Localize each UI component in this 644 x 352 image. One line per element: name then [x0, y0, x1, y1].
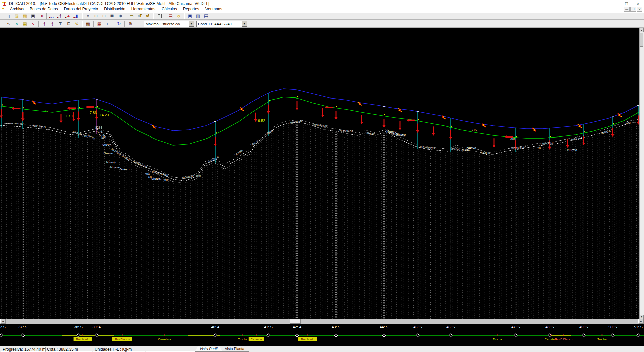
insertar-estructura-icon: ↖	[7, 21, 11, 26]
open-file-button[interactable]: ▨	[13, 13, 20, 19]
bd-label: BD	[57, 16, 60, 19]
bd-postes-button[interactable]: ▲BD	[65, 13, 72, 19]
unidades-texto-button[interactable]: íð	[127, 21, 134, 27]
mdi-restore-button[interactable]: ❐	[630, 7, 636, 12]
medir-regla-button[interactable]: ▭	[128, 13, 135, 19]
vertical-scrollbar[interactable]: ▲ ▼	[639, 28, 644, 319]
save-as-file-button[interactable]: ▧	[21, 13, 29, 19]
maximize-button[interactable]: ❐	[621, 0, 632, 7]
conductor-select-dropdown-arrow-icon[interactable]: ▼	[242, 21, 247, 27]
menu-item-distribuci-n[interactable]: Distribución	[101, 7, 128, 12]
road-crossing-label: Rio Blanco	[115, 338, 130, 341]
minimize-button[interactable]: —	[609, 0, 621, 7]
status-extra	[146, 347, 195, 352]
estructura-tipo2-button[interactable]: ‡	[49, 21, 56, 27]
horizontal-scroll-track[interactable]	[6, 319, 638, 324]
texto-flecha-button[interactable]: s!	[144, 13, 151, 19]
menu-item-herramientas[interactable]: Herramientas	[128, 7, 158, 12]
calculo-esfuerzos-button[interactable]: E	[65, 21, 72, 27]
cruce-grilla-button[interactable]: ▩	[84, 21, 92, 27]
toolbar-grip[interactable]	[2, 13, 3, 19]
import-export-button[interactable]: ⇥	[37, 13, 45, 19]
view-mode-select-dropdown-arrow-icon[interactable]: ▼	[189, 21, 194, 27]
station-label: 42: A	[293, 325, 302, 329]
new-file-button[interactable]: ▯	[5, 13, 12, 19]
horizontal-scrollbar[interactable]: ◄ ►	[0, 319, 644, 324]
menu-item-ventanas[interactable]: Ventanas	[202, 7, 225, 12]
texto-ot-button[interactable]: oT	[136, 13, 143, 19]
horizontal-scroll-thumb[interactable]	[290, 319, 301, 324]
svg-text:Nuevo: Nuevo	[102, 143, 112, 147]
zoom-window-button[interactable]: ⊠	[108, 13, 116, 19]
estructura-tipo1-button[interactable]: †	[41, 21, 48, 27]
tabla-datos-icon: ▦	[97, 21, 101, 26]
scroll-left-arrow-icon[interactable]: ◄	[0, 319, 6, 324]
ventana-mosaico-h-icon: ▤	[204, 13, 208, 18]
station-label: 44: S	[380, 325, 388, 329]
zoom-extents-icon: ⊚	[119, 13, 122, 18]
flecha-rayo-button[interactable]: ↯	[73, 21, 80, 27]
toolbar-separator	[82, 21, 83, 27]
close-button[interactable]: ✕	[632, 0, 644, 7]
recalcular-button[interactable]: ↻	[115, 21, 123, 27]
zoom-dynamic-button[interactable]: ⌖	[84, 13, 92, 19]
ventana-mosaico-h-button[interactable]: ▤	[202, 13, 210, 19]
info-caja-button[interactable]: T	[155, 13, 163, 19]
menu-item-bases-de-datos[interactable]: Bases de Datos	[27, 7, 61, 12]
toolbar-grip[interactable]	[2, 21, 3, 27]
svg-text:17: 17	[45, 109, 49, 113]
conductor-select[interactable]: Cond.T1: AAAC-240▼	[196, 21, 247, 27]
vertical-scroll-thumb[interactable]	[640, 33, 643, 47]
zoom-in-button[interactable]: ⊕	[92, 13, 100, 19]
insertar-estructura-button[interactable]: ↖	[5, 21, 12, 27]
svg-text:8234: 8234	[95, 126, 102, 129]
ventana-mosaico-v-icon: ▥	[196, 13, 200, 18]
mdi-window-controls: — ❐ ✕	[624, 7, 642, 12]
toolbar-standard: ▯▨▧▣⇥◡BD†BD▲BD▮BD⌖⊕⊖⊠⊚▭oTs!T▤☼▣▥▤	[0, 12, 644, 20]
tab-vista-perfil[interactable]: Vista Perfil	[195, 346, 222, 352]
ventana-mosaico-v-button[interactable]: ▥	[194, 13, 202, 19]
title-bar: DLTCAD 2010: - [N:\• Todo OK\Electrical\…	[0, 0, 644, 7]
toolbar-separator	[184, 13, 185, 19]
svg-text:9.52: 9.52	[258, 119, 265, 123]
mdi-minimize-button[interactable]: —	[624, 7, 630, 12]
zoom-extents-button[interactable]: ⊚	[117, 13, 124, 19]
estructura-tipoT-button[interactable]: Ŧ	[57, 21, 64, 27]
calculo-esfuerzos-icon: E	[67, 22, 70, 26]
resaltar-sol-button[interactable]: ☼	[175, 13, 182, 19]
bd-cables-button[interactable]: ▮BD	[73, 13, 80, 19]
scroll-up-arrow-icon[interactable]: ▲	[640, 28, 644, 32]
bd-conductores-button[interactable]: ◡BD	[49, 13, 56, 19]
tabla-datos-button[interactable]: ▦	[96, 21, 103, 27]
mover-estructura-button[interactable]: ↘	[29, 21, 37, 27]
tab-vista-planta[interactable]: Vista Planta	[220, 346, 249, 352]
ventana-cascada-button[interactable]: ▣	[186, 13, 194, 19]
zoom-out-button[interactable]: ⊖	[100, 13, 108, 19]
tabla-estructuras-button[interactable]: ▦	[21, 21, 29, 27]
mdi-document-icon	[1, 7, 5, 11]
app-icon	[2, 1, 7, 6]
scroll-right-arrow-icon[interactable]: ►	[638, 319, 644, 324]
menu-item-c-lculos[interactable]: Cálculos	[158, 7, 180, 12]
profile-canvas[interactable]: 59 598 5980905980 59 5959 8090 598598 59…	[0, 28, 640, 319]
svg-text:Nuevo: Nuevo	[386, 129, 397, 133]
svg-text:Nuevo: Nuevo	[120, 167, 130, 171]
scroll-down-arrow-icon[interactable]: ▼	[640, 315, 644, 319]
bd-estructuras-button[interactable]: †BD	[57, 13, 64, 19]
menu-item-datos-del-proyecto[interactable]: Datos del Proyecto	[61, 7, 101, 12]
station-strip[interactable]: 36: S37: S38: S39: A40: A41: S42: A43: S…	[0, 324, 644, 346]
menu-item-archivo[interactable]: Archivo	[7, 7, 27, 12]
mdi-close-button[interactable]: ✕	[637, 7, 642, 12]
menu-item-reportes[interactable]: Reportes	[180, 7, 202, 12]
save-file-button[interactable]: ▣	[29, 13, 37, 19]
editar-estructura-button[interactable]: ×	[13, 21, 20, 27]
profile-canvas-area[interactable]: 59 598 5980905980 59 5959 8090 598598 59…	[0, 28, 644, 319]
station-label: 36: S	[0, 325, 6, 329]
ayuda-libro-button[interactable]: ▤	[167, 13, 174, 19]
new-file-icon: ▯	[7, 13, 10, 18]
view-mode-select[interactable]: Maximo Esfuerzo c/v▼	[144, 21, 194, 27]
svg-text:700: 700	[510, 137, 515, 141]
herramienta-extra-button[interactable]: +	[104, 21, 111, 27]
svg-text:606: 606	[156, 177, 161, 181]
station-label: 39: A	[92, 325, 101, 329]
